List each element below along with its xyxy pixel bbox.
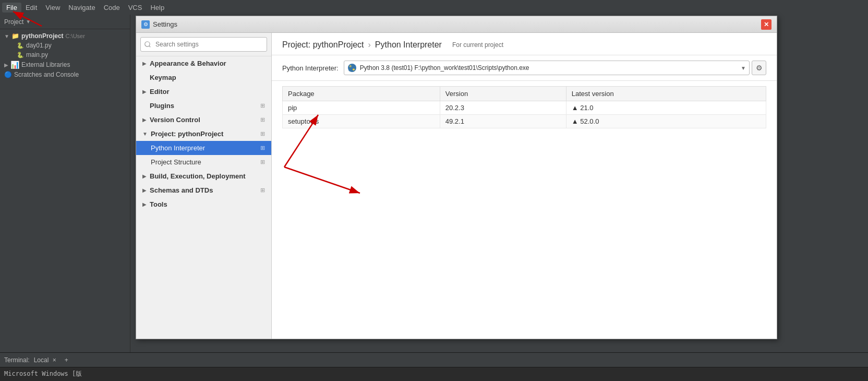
nav-icon-project-structure: ⊞ <box>260 159 265 165</box>
nav-plugins[interactable]: ▶ Plugins ⊞ <box>136 99 271 113</box>
nav-label-project: Project: pythonProject <box>151 130 223 138</box>
nav-editor[interactable]: ▶ Editor <box>136 85 271 99</box>
nav-label-python-interpreter: Python Interpreter <box>151 144 205 152</box>
nav-icon-project: ⊞ <box>260 130 265 137</box>
terminal-close-btn[interactable]: × <box>53 356 56 364</box>
search-container <box>136 33 271 56</box>
pkg-latest-setuptools: ▲ 52.0.0 <box>566 115 766 128</box>
scratches-label: Scratches and Console <box>14 71 79 78</box>
nav-icon-vcs: ⊞ <box>260 116 265 123</box>
breadcrumb-separator: › <box>368 40 371 50</box>
col-version: Version <box>440 87 566 101</box>
menu-view[interactable]: View <box>41 3 64 13</box>
nav-tools[interactable]: ▶ Tools <box>136 197 271 211</box>
nav-label-vcs: Version Control <box>150 116 200 124</box>
dialog-overlay: ⚙ Settings ✕ ▶ Appearance & Behavior ▶ K… <box>130 10 868 352</box>
project-path: C:\User <box>66 33 85 39</box>
nav-label-editor: Editor <box>150 88 170 96</box>
content-header: Project: pythonProject › Python Interpre… <box>272 33 777 55</box>
dialog-close-button[interactable]: ✕ <box>761 19 771 30</box>
interpreter-select-value: Python 3.8 (test01) F:\python_work\test0… <box>360 64 739 72</box>
table-row[interactable]: pip 20.2.3 ▲ 21.0 <box>283 101 766 115</box>
tree-item-day01[interactable]: 🐍 day01.py <box>0 41 130 50</box>
terminal-tab-local[interactable]: Local × <box>30 355 61 365</box>
dialog-body: ▶ Appearance & Behavior ▶ Keymap ▶ Edito… <box>136 33 777 339</box>
scratches-icon: 🔵 <box>4 71 12 78</box>
col-package: Package <box>283 87 440 101</box>
py-file-icon-2: 🐍 <box>17 52 24 58</box>
project-panel-arrow: ▼ <box>26 19 31 25</box>
menu-code[interactable]: Code <box>100 3 124 13</box>
tree-item-ext-libs[interactable]: ▶ 📊 External Libraries <box>0 59 130 70</box>
dialog-title: Settings <box>153 20 761 28</box>
col-latest: Latest version <box>566 87 766 101</box>
interpreter-label: Python Interpreter: <box>282 64 339 72</box>
nav-label-appearance: Appearance & Behavior <box>150 59 226 67</box>
nav-arrow-appearance: ▶ <box>142 61 147 66</box>
interpreter-row: Python Interpreter: Python 3.8 (test01) … <box>272 55 777 81</box>
terminal-bar: Terminal: Local × + Microsoft Windows [版 <box>0 352 868 381</box>
package-table: Package Version Latest version pip 20.2.… <box>282 86 766 128</box>
settings-dialog: ⚙ Settings ✕ ▶ Appearance & Behavior ▶ K… <box>136 16 777 339</box>
nav-arrow-schemas: ▶ <box>142 187 147 193</box>
nav-schemas[interactable]: ▶ Schemas and DTDs ⊞ <box>136 183 271 197</box>
nav-label-project-structure: Project Structure <box>151 158 201 166</box>
python-interpreter-icon <box>347 63 357 73</box>
table-row[interactable]: setuptools 49.2.1 ▲ 52.0.0 <box>283 115 766 128</box>
nav-label-schemas: Schemas and DTDs <box>150 186 213 194</box>
nav-version-control[interactable]: ▶ Version Control ⊞ <box>136 113 271 127</box>
breadcrumb: Project: pythonProject › Python Interpre… <box>282 40 766 50</box>
nav-label-build: Build, Execution, Deployment <box>150 172 245 180</box>
nav-label-tools: Tools <box>150 200 167 208</box>
nav-build[interactable]: ▶ Build, Execution, Deployment <box>136 169 271 183</box>
search-input[interactable] <box>140 37 267 52</box>
nav-icon-plugins: ⊞ <box>260 102 265 109</box>
tree-item-scratches[interactable]: 🔵 Scratches and Console <box>0 70 130 79</box>
nav-project[interactable]: ▼ Project: pythonProject ⊞ <box>136 127 271 141</box>
nav-arrow-vcs: ▶ <box>142 117 147 123</box>
project-panel-title: Project <box>4 18 23 26</box>
terminal-label: Terminal: <box>4 356 30 364</box>
pkg-name-setuptools: setuptools <box>283 115 440 128</box>
project-tree: ▼ 📁 pythonProject C:\User 🐍 day01.py 🐍 m… <box>0 29 130 81</box>
nav-label-plugins: Plugins <box>150 102 174 110</box>
interpreter-select[interactable]: Python 3.8 (test01) F:\python_work\test0… <box>344 61 750 75</box>
expand-arrow-ext: ▶ <box>4 62 8 68</box>
nav-arrow-tools: ▶ <box>142 201 147 207</box>
nav-keymap[interactable]: ▶ Keymap <box>136 70 271 85</box>
terminal-add-btn[interactable]: + <box>65 356 68 364</box>
nav-icon-python-interpreter: ⊞ <box>260 145 265 151</box>
nav-icon-schemas: ⊞ <box>260 187 265 194</box>
menu-edit[interactable]: Edit <box>21 3 41 13</box>
terminal-text: Microsoft Windows [版 <box>4 370 82 377</box>
pkg-latest-pip: ▲ 21.0 <box>566 101 766 115</box>
menu-file[interactable]: File <box>2 3 21 13</box>
nav-arrow-editor: ▶ <box>142 89 147 94</box>
nav-project-structure[interactable]: Project Structure ⊞ <box>136 155 271 169</box>
for-project-label: For current project <box>452 41 503 49</box>
nav-arrow-project: ▼ <box>142 131 148 137</box>
tree-item-root[interactable]: ▼ 📁 pythonProject C:\User <box>0 31 130 41</box>
interpreter-settings-button[interactable]: ⚙ <box>752 61 766 75</box>
external-libraries-label: External Libraries <box>21 61 70 68</box>
folder-icon: 📁 <box>11 32 19 40</box>
nav-arrow-build: ▶ <box>142 173 147 179</box>
project-panel-header: Project ▼ <box>0 15 130 29</box>
interpreter-dropdown-arrow: ▼ <box>741 65 746 71</box>
file-day01: day01.py <box>26 42 52 49</box>
settings-content: Project: pythonProject › Python Interpre… <box>272 33 777 339</box>
nav-python-interpreter[interactable]: Python Interpreter ⊞ <box>136 141 271 155</box>
breadcrumb-current: Python Interpreter <box>375 40 442 50</box>
settings-nav: ▶ Appearance & Behavior ▶ Keymap ▶ Edito… <box>136 33 272 339</box>
libs-icon: 📊 <box>10 61 19 69</box>
tree-item-main[interactable]: 🐍 main.py <box>0 50 130 59</box>
file-main: main.py <box>26 51 48 58</box>
dialog-title-bar: ⚙ Settings ✕ <box>136 16 777 33</box>
py-file-icon: 🐍 <box>17 42 24 49</box>
terminal-content: Microsoft Windows [版 <box>0 367 868 380</box>
expand-arrow: ▼ <box>4 33 9 39</box>
menu-navigate[interactable]: Navigate <box>64 3 99 13</box>
nav-appearance[interactable]: ▶ Appearance & Behavior <box>136 56 271 70</box>
nav-label-keymap: Keymap <box>150 74 176 81</box>
settings-dialog-icon: ⚙ <box>141 20 150 29</box>
